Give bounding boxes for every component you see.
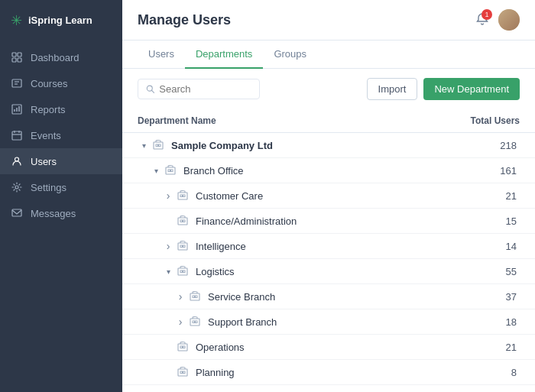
svg-rect-37 — [183, 271, 186, 273]
sidebar-label-courses: Courses — [31, 78, 67, 89]
dept-name-label: Customer Care — [196, 190, 263, 202]
svg-rect-27 — [180, 195, 183, 197]
svg-rect-43 — [196, 321, 198, 323]
tab-groups[interactable]: Groups — [263, 40, 317, 69]
dept-rows-container: ▾Sample Company Ltd218▾Branch Office161›… — [122, 133, 535, 392]
dept-left: ›Service Branch — [174, 290, 275, 303]
dept-name-label: Planning — [196, 367, 235, 378]
col-dept-name: Department Name — [138, 115, 216, 126]
search-input[interactable] — [159, 83, 251, 95]
dept-name-label: Sample Company Ltd — [171, 140, 273, 151]
sidebar-nav: Dashboard Courses Reports Events Users — [0, 41, 122, 229]
dept-left: ▾Sample Company Ltd — [138, 139, 273, 151]
courses-icon — [11, 77, 23, 89]
sidebar-item-reports[interactable]: Reports — [0, 96, 122, 122]
expand-chevron[interactable]: ▾ — [162, 265, 174, 277]
svg-rect-49 — [183, 371, 186, 374]
table-row: ›Intelligence14 — [122, 234, 535, 259]
table-row: ›Headquarters57 — [122, 385, 535, 392]
svg-rect-24 — [168, 170, 170, 172]
messages-icon — [11, 207, 23, 219]
expand-chevron[interactable]: › — [162, 190, 174, 202]
dept-user-count: 21 — [506, 342, 520, 353]
col-total-users: Total Users — [471, 115, 520, 126]
dept-name-label: Operations — [196, 342, 245, 353]
dept-left: ›Operations — [162, 341, 245, 353]
svg-line-19 — [151, 90, 154, 92]
dept-building-icon — [177, 341, 190, 353]
dept-user-count: 8 — [511, 367, 520, 378]
tab-bar: Users Departments Groups — [122, 40, 535, 69]
settings-icon — [11, 181, 23, 193]
page-title: Manage Users — [138, 12, 231, 28]
user-avatar[interactable] — [498, 9, 520, 31]
header-actions: 1 — [475, 9, 520, 31]
dept-user-count: 161 — [500, 165, 520, 177]
dept-name-label: Intelligence — [196, 241, 246, 252]
table-row: ›Finance/Administration15 — [122, 209, 535, 234]
dept-name-label: Support Branch — [208, 316, 277, 328]
dept-name-label: Branch Office — [183, 165, 244, 177]
sidebar-item-courses[interactable]: Courses — [0, 70, 122, 96]
toolbar-buttons: Import New Department — [367, 78, 520, 100]
notification-bell[interactable]: 1 — [475, 12, 489, 28]
tab-departments[interactable]: Departments — [185, 40, 263, 69]
svg-rect-45 — [180, 346, 183, 348]
dept-name-label: Logistics — [196, 266, 235, 277]
table-row: ▾Sample Company Ltd218 — [122, 133, 535, 158]
expand-chevron[interactable]: ▾ — [150, 164, 162, 177]
dept-left: ›Planning — [162, 366, 235, 378]
users-icon — [11, 155, 23, 167]
sidebar-logo: ✳ iSpring Learn — [0, 0, 122, 41]
dept-building-icon — [190, 316, 202, 328]
svg-rect-30 — [180, 220, 183, 222]
toolbar: Import New Department — [122, 69, 535, 109]
dept-user-count: 37 — [506, 291, 520, 303]
table-row: ›Support Branch18 — [122, 309, 535, 335]
sidebar-item-events[interactable]: Events — [0, 122, 122, 148]
svg-rect-39 — [193, 296, 195, 298]
sidebar-item-messages[interactable]: Messages — [0, 200, 122, 226]
sidebar-item-dashboard[interactable]: Dashboard — [0, 44, 122, 70]
table-row: ▾Branch Office161 — [122, 158, 535, 183]
tab-users[interactable]: Users — [138, 40, 185, 69]
sidebar-label-reports: Reports — [31, 104, 66, 115]
dept-building-icon — [177, 366, 190, 378]
table-row: ›Service Branch37 — [122, 284, 535, 309]
svg-rect-3 — [18, 58, 21, 62]
svg-rect-31 — [183, 220, 186, 222]
search-box[interactable] — [138, 79, 260, 99]
new-department-button[interactable]: New Department — [423, 78, 520, 100]
dept-name-label: Finance/Administration — [196, 215, 297, 227]
dept-building-icon — [190, 290, 202, 303]
dept-left: ›Support Branch — [174, 316, 277, 328]
svg-rect-34 — [183, 245, 186, 248]
expand-chevron[interactable]: › — [174, 316, 186, 328]
svg-rect-40 — [196, 296, 198, 298]
sidebar-label-settings: Settings — [31, 182, 66, 193]
logo-icon: ✳ — [11, 12, 22, 29]
sidebar-item-settings[interactable]: Settings — [0, 174, 122, 200]
dept-user-count: 21 — [506, 190, 520, 202]
expand-chevron[interactable]: ▾ — [138, 139, 150, 151]
sidebar-label-users: Users — [31, 156, 57, 167]
dept-user-count: 218 — [500, 140, 520, 151]
dept-building-icon — [153, 139, 165, 151]
dept-building-icon — [165, 164, 177, 177]
import-button[interactable]: Import — [367, 78, 418, 100]
sidebar-item-users[interactable]: Users — [0, 148, 122, 174]
svg-rect-46 — [183, 346, 186, 348]
dept-user-count: 14 — [506, 241, 520, 252]
dept-left: ▾Logistics — [162, 265, 235, 277]
table-row: ▾Logistics55 — [122, 259, 535, 284]
search-icon — [146, 84, 154, 94]
expand-chevron[interactable]: › — [174, 290, 186, 303]
svg-rect-42 — [193, 321, 195, 323]
sidebar-label-messages: Messages — [31, 208, 76, 219]
dashboard-icon — [11, 51, 23, 63]
dept-building-icon — [177, 240, 190, 252]
expand-chevron[interactable]: › — [162, 240, 174, 252]
table-row: ›Customer Care21 — [122, 183, 535, 209]
sidebar: ✳ iSpring Learn Dashboard Courses Report… — [0, 0, 122, 392]
svg-point-15 — [15, 157, 19, 161]
